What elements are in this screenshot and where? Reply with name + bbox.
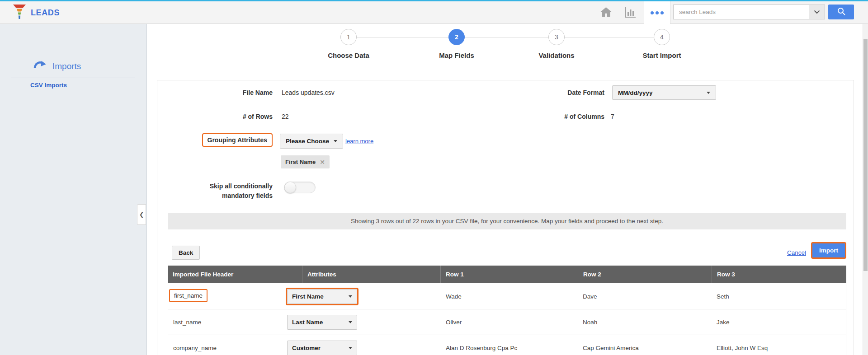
step-3-circle[interactable]: 3 <box>548 29 565 45</box>
brand-name: LEADS <box>31 8 60 18</box>
sidebar-collapse-handle[interactable]: ❮ <box>137 204 146 225</box>
attribute-dropdown-highlight: First Name <box>286 288 359 305</box>
home-icon[interactable] <box>596 0 616 24</box>
table-row: first_nameFirst NameWadeDaveSeth <box>168 284 846 309</box>
grouping-chip-first-name[interactable]: First Name ✕ <box>281 155 330 168</box>
mapping-table: Imported File Header Attributes Row 1 Ro… <box>168 266 846 355</box>
dot <box>651 11 654 14</box>
caret-down-icon <box>349 321 352 323</box>
toggle-knob <box>284 182 296 193</box>
search-button[interactable] <box>828 5 854 19</box>
attribute-dropdown[interactable]: First Name <box>287 289 357 304</box>
search-icon <box>837 7 846 18</box>
search-input[interactable] <box>674 5 808 19</box>
skip-mandatory-label: Skip all conditionally mandatory fields <box>157 182 273 201</box>
skip-mandatory-toggle[interactable] <box>284 182 316 193</box>
import-arrow-icon <box>33 60 47 72</box>
column-header-row-1: Row 1 <box>440 266 578 283</box>
columns-count-value: 7 <box>611 109 614 124</box>
chip-remove-icon[interactable]: ✕ <box>320 159 325 166</box>
imported-header-value: company_name <box>172 335 217 355</box>
file-name-value: Leads updates.csv <box>282 85 335 100</box>
caret-down-icon <box>349 295 352 298</box>
attribute-dropdown-wrap: Customer <box>286 339 359 355</box>
column-header-row-2: Row 2 <box>578 266 712 283</box>
step-3-label: Validations <box>520 51 593 59</box>
topbar-accent-strip <box>0 0 868 1</box>
attribute-dropdown-label: Customer <box>292 345 321 351</box>
import-wizard-page: LEADS <box>0 0 868 355</box>
column-header-imported-file-header: Imported File Header <box>168 266 302 283</box>
rows-count-label: # of Rows <box>157 109 273 124</box>
learn-more-link[interactable]: learn more <box>345 134 373 149</box>
step-4-label: Start Import <box>626 51 698 59</box>
rows-count-value: 22 <box>282 109 289 124</box>
dot <box>660 11 664 14</box>
row-value: Cap Gemini America <box>578 335 712 355</box>
grouping-attributes-label-highlighted: Grouping Attributes <box>202 133 273 147</box>
attribute-dropdown-label: Last Name <box>292 319 323 326</box>
step-2-circle[interactable]: 2 <box>448 29 465 45</box>
step-4-circle[interactable]: 4 <box>654 29 670 45</box>
topbar: LEADS <box>0 0 868 24</box>
chip-label: First Name <box>285 159 316 165</box>
search-field <box>673 5 825 19</box>
more-options-icon[interactable] <box>644 1 670 24</box>
grouping-attributes-dropdown[interactable]: Please Choose <box>280 134 343 149</box>
caret-down-icon <box>707 92 710 94</box>
scrollbar-track[interactable] <box>863 24 868 355</box>
table-row: company_nameCustomerAlan D Rosenburg Cpa… <box>168 335 846 355</box>
import-button-highlight: Import <box>811 242 846 259</box>
attribute-dropdown[interactable]: Customer <box>287 341 357 355</box>
step-1-label: Choose Data <box>312 51 385 59</box>
dot <box>656 11 659 14</box>
row-value: Oliver <box>441 309 578 335</box>
search-scope-dropdown[interactable] <box>809 5 825 19</box>
row-value: Elliott, John W Esq <box>712 335 847 355</box>
table-row: last_nameLast NameOliverNoahJake <box>168 309 846 335</box>
row-value: Alan D Rosenburg Cpa Pc <box>441 335 578 355</box>
step-2-label: Map Fields <box>420 51 493 59</box>
date-format-label: Date Format <box>474 85 604 100</box>
scrollbar-thumb[interactable] <box>863 39 868 271</box>
table-body: first_nameFirst NameWadeDaveSethlast_nam… <box>168 283 846 355</box>
grouping-dropdown-label: Please Choose <box>286 138 329 145</box>
step-1-circle[interactable]: 1 <box>340 29 357 45</box>
row-value: Jake <box>712 309 847 335</box>
table-header-row: Imported File Header Attributes Row 1 Ro… <box>168 266 846 283</box>
attribute-dropdown-wrap: Last Name <box>286 313 359 331</box>
row-value: Dave <box>578 284 712 309</box>
sidebar-imports-label: Imports <box>52 61 81 71</box>
brand[interactable]: LEADS <box>13 1 60 24</box>
attribute-dropdown-label: First Name <box>292 293 324 300</box>
stepper-connector <box>349 37 662 37</box>
row-value: Wade <box>441 284 578 309</box>
cancel-link[interactable]: Cancel <box>787 246 806 260</box>
import-button[interactable]: Import <box>812 243 845 257</box>
attribute-dropdown[interactable]: Last Name <box>287 315 357 330</box>
back-button[interactable]: Back <box>172 246 200 260</box>
caret-down-icon <box>334 140 337 142</box>
sidebar-divider <box>11 78 135 78</box>
file-name-label: File Name <box>157 85 273 100</box>
columns-count-label: # of Columns <box>474 109 604 124</box>
date-format-dropdown[interactable]: MM/dd/yyyy <box>612 85 716 100</box>
column-header-row-3: Row 3 <box>712 266 846 283</box>
caret-down-icon <box>349 347 352 349</box>
imported-header-value-highlighted: first_name <box>169 289 208 302</box>
sidebar: Imports CSV Imports <box>0 24 147 355</box>
sidebar-item-csv-imports[interactable]: CSV Imports <box>30 82 67 89</box>
funnel-logo-icon <box>13 4 26 21</box>
preview-info-banner: Showing 3 rows out of 22 rows in your CS… <box>168 213 846 229</box>
sidebar-imports-header[interactable]: Imports <box>33 60 81 72</box>
column-header-attributes: Attributes <box>302 266 440 283</box>
reports-chart-icon[interactable] <box>620 0 640 24</box>
date-format-value: MM/dd/yyyy <box>618 89 653 96</box>
imported-header-value: last_name <box>172 309 201 335</box>
row-value: Noah <box>578 309 712 335</box>
row-value: Seth <box>712 284 847 309</box>
mapping-card: File Name Leads updates.csv Date Format … <box>157 80 854 355</box>
